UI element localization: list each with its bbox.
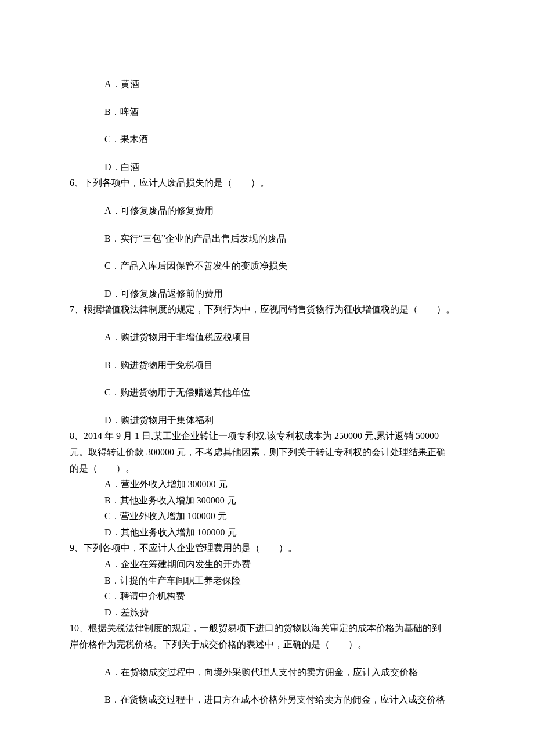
- question-text: 9、下列各项中，不应计人企业管理费用的是（ ）。: [70, 543, 297, 553]
- option-text: A．黄酒: [104, 79, 139, 89]
- q5-option-a: A．黄酒: [104, 77, 464, 92]
- option-text: C．果木酒: [104, 134, 148, 144]
- q8-option-d: D．其他业务收入增加 100000 元: [104, 525, 464, 540]
- option-text: B．啤酒: [104, 107, 139, 117]
- option-text: C．营业外收入增加 100000 元: [104, 511, 227, 521]
- q8-stem-line2: 元。取得转让价款 300000 元，不考虑其他因素，则下列关于转让专利权的会计处…: [70, 445, 464, 460]
- option-text: D．差旅费: [104, 607, 149, 617]
- option-text: B．计提的生产车间职工养老保险: [104, 575, 241, 585]
- option-text: B．实行“三包”企业的产品出售后发现的废品: [104, 233, 286, 243]
- question-text: 元。取得转让价款 300000 元，不考虑其他因素，则下列关于转让专利权的会计处…: [70, 447, 446, 457]
- q9-option-c: C．聘请中介机构费: [104, 589, 464, 604]
- question-text: 的是（ ）。: [70, 463, 135, 473]
- q9-option-a: A．企业在筹建期间内发生的开办费: [104, 557, 464, 572]
- q7-option-d: D．购进货物用于集体福利: [104, 413, 464, 428]
- q6-option-c: C．产品入库后因保管不善发生的变质净损失: [104, 258, 464, 273]
- option-text: A．企业在筹建期间内发生的开办费: [104, 559, 251, 569]
- question-text: 10、根据关税法律制度的规定，一般贸易项下进口的货物以海关审定的成本价格为基础的…: [70, 623, 441, 633]
- q9-stem: 9、下列各项中，不应计人企业管理费用的是（ ）。: [70, 541, 464, 556]
- q7-option-b: B．购进货物用于免税项目: [104, 358, 464, 373]
- question-text: 8、2014 年 9 月 1 日,某工业企业转让一项专利权,该专利权成本为 25…: [70, 431, 439, 441]
- option-text: D．可修复废品返修前的费用: [104, 289, 223, 298]
- question-text: 岸价格作为完税价格。下列关于成交价格的表述中，正确的是（ ）。: [70, 639, 367, 649]
- q6-option-d: D．可修复废品返修前的费用: [104, 286, 464, 301]
- q7-stem: 7、根据增值税法律制度的规定，下列行为中，应视同销售货物行为征收增值税的是（ ）…: [70, 302, 464, 317]
- q9-option-d: D．差旅费: [104, 605, 464, 620]
- option-text: D．其他业务收入增加 100000 元: [104, 527, 237, 537]
- q8-option-a: A．营业外收入增加 300000 元: [104, 477, 464, 492]
- option-text: A．营业外收入增加 300000 元: [104, 479, 228, 489]
- option-text: B．其他业务收入增加 300000 元: [104, 495, 236, 505]
- q5-option-d: D．白酒: [104, 160, 464, 175]
- option-text: C．聘请中介机构费: [104, 591, 185, 601]
- q6-stem: 6、下列各项中，应计人废品损失的是（ ）。: [70, 175, 464, 190]
- q7-option-c: C．购进货物用于无偿赠送其他单位: [104, 385, 464, 400]
- q9-option-b: B．计提的生产车间职工养老保险: [104, 573, 464, 588]
- q6-option-b: B．实行“三包”企业的产品出售后发现的废品: [104, 231, 464, 246]
- exam-page: A．黄酒 B．啤酒 C．果木酒 D．白酒 6、下列各项中，应计人废品损失的是（ …: [0, 0, 534, 756]
- q5-option-c: C．果木酒: [104, 132, 464, 147]
- q10-stem-line2: 岸价格作为完税价格。下列关于成交价格的表述中，正确的是（ ）。: [70, 637, 464, 652]
- q10-stem-line1: 10、根据关税法律制度的规定，一般贸易项下进口的货物以海关审定的成本价格为基础的…: [70, 621, 464, 636]
- option-text: A．在货物成交过程中，向境外采购代理人支付的卖方佣金，应计入成交价格: [104, 667, 418, 677]
- option-text: D．购进货物用于集体福利: [104, 415, 214, 425]
- question-text: 7、根据增值税法律制度的规定，下列行为中，应视同销售货物行为征收增值税的是（ ）…: [70, 304, 455, 314]
- q10-option-a: A．在货物成交过程中，向境外采购代理人支付的卖方佣金，应计入成交价格: [104, 665, 464, 680]
- option-text: B．购进货物用于免税项目: [104, 360, 213, 370]
- q7-option-a: A．购进货物用于非增值税应税项目: [104, 330, 464, 345]
- option-text: B．在货物成交过程中，进口方在成本价格外另支付给卖方的佣金，应计入成交价格: [104, 694, 445, 704]
- question-text: 6、下列各项中，应计人废品损失的是（ ）。: [70, 178, 269, 188]
- option-text: C．产品入库后因保管不善发生的变质净损失: [104, 261, 287, 271]
- q8-stem-line1: 8、2014 年 9 月 1 日,某工业企业转让一项专利权,该专利权成本为 25…: [70, 429, 464, 444]
- q8-stem-line3: 的是（ ）。: [70, 461, 464, 476]
- q6-option-a: A．可修复废品的修复费用: [104, 203, 464, 218]
- q5-option-b: B．啤酒: [104, 105, 464, 120]
- q8-option-b: B．其他业务收入增加 300000 元: [104, 493, 464, 508]
- option-text: A．可修复废品的修复费用: [104, 206, 214, 215]
- option-text: D．白酒: [104, 162, 139, 172]
- q10-option-b: B．在货物成交过程中，进口方在成本价格外另支付给卖方的佣金，应计入成交价格: [104, 692, 464, 707]
- option-text: C．购进货物用于无偿赠送其他单位: [104, 387, 250, 397]
- option-text: A．购进货物用于非增值税应税项目: [104, 332, 251, 342]
- q8-option-c: C．营业外收入增加 100000 元: [104, 509, 464, 524]
